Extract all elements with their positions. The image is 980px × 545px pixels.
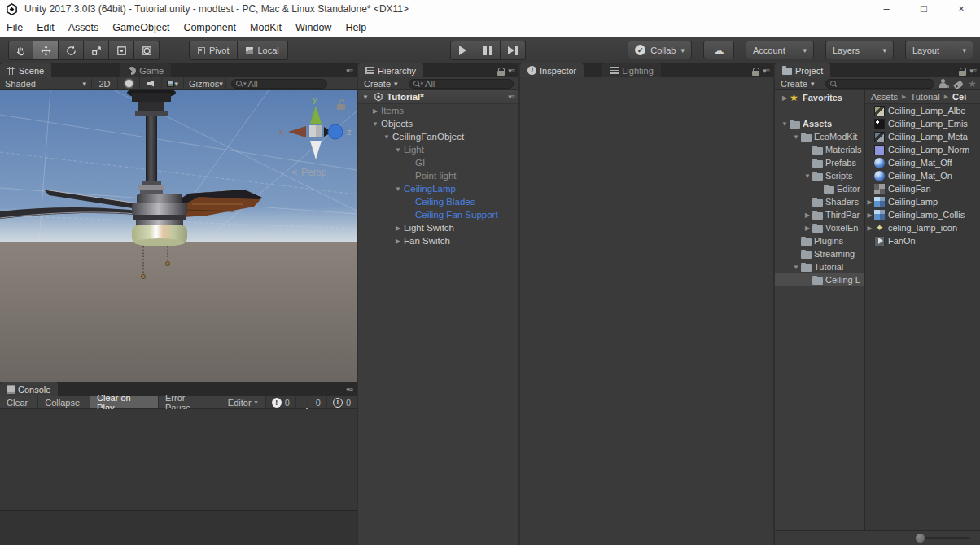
expand-arrow-icon[interactable]: ▼ bbox=[803, 172, 812, 180]
asset-row[interactable]: Ceiling_Lamp_Norm bbox=[865, 143, 980, 156]
hierarchy-item[interactable]: Ceiling Blades bbox=[358, 195, 518, 208]
project-tree-item[interactable]: Materials bbox=[775, 143, 864, 156]
tab-menu-icon[interactable]: ▾≡ bbox=[346, 67, 352, 75]
lock-icon[interactable] bbox=[752, 68, 759, 76]
hierarchy-item[interactable]: ▶ Fan Switch bbox=[358, 234, 518, 247]
expand-arrow-icon[interactable]: ▶ bbox=[865, 211, 874, 219]
2d-toggle-button[interactable]: 2D bbox=[92, 77, 118, 90]
expand-arrow-icon[interactable]: ▼ bbox=[392, 146, 404, 154]
hierarchy-item[interactable]: ▼ CeilingFanObject bbox=[358, 130, 518, 143]
hierarchy-item[interactable]: ▼ Objects bbox=[358, 117, 518, 130]
account-dropdown[interactable]: Account ▾ bbox=[746, 41, 814, 59]
asset-row[interactable]: CeilingFan bbox=[865, 182, 980, 195]
lighting-toggle-button[interactable] bbox=[118, 77, 140, 90]
tab-menu-icon[interactable]: ▾≡ bbox=[763, 67, 769, 75]
asset-row[interactable]: FanOn bbox=[865, 234, 980, 247]
tab-console[interactable]: Console bbox=[0, 382, 58, 396]
project-search-input[interactable] bbox=[825, 79, 935, 89]
hierarchy-item[interactable]: GI bbox=[358, 156, 518, 169]
project-tree-item[interactable]: ▼ Assets bbox=[775, 117, 864, 130]
console-log-list[interactable] bbox=[0, 409, 357, 510]
rotate-tool-button[interactable] bbox=[59, 41, 84, 60]
layers-dropdown[interactable]: Layers ▾ bbox=[825, 41, 894, 59]
project-tree-item[interactable]: Streaming bbox=[775, 247, 864, 260]
hierarchy-item[interactable]: ▶ Light Switch bbox=[358, 221, 518, 234]
pause-button[interactable] bbox=[475, 41, 501, 60]
project-tree-item[interactable]: ▼ Tutorial bbox=[775, 260, 864, 273]
project-tree-item[interactable]: Prefabs bbox=[775, 156, 864, 169]
expand-arrow-icon[interactable]: ▼ bbox=[370, 120, 381, 128]
error-count-badge[interactable]: ! 0 bbox=[265, 396, 295, 408]
tab-menu-icon[interactable]: ▾≡ bbox=[508, 67, 514, 75]
console-button[interactable]: Error Pause bbox=[159, 396, 221, 408]
tab-menu-icon[interactable]: ▾≡ bbox=[346, 386, 352, 394]
expand-arrow-icon[interactable]: ▼ bbox=[362, 94, 370, 101]
tab-game[interactable]: Game bbox=[120, 63, 171, 77]
expand-arrow-icon[interactable]: ▼ bbox=[791, 133, 801, 141]
expand-arrow-icon[interactable]: ▶ bbox=[392, 238, 404, 245]
menu-item[interactable]: Help bbox=[345, 22, 366, 33]
menu-item[interactable]: File bbox=[7, 22, 23, 33]
menu-item[interactable]: Assets bbox=[68, 22, 99, 33]
expand-arrow-icon[interactable]: ▶ bbox=[865, 198, 874, 206]
hierarchy-item[interactable]: ▶ Items bbox=[358, 104, 518, 117]
scene-viewport[interactable]: y x z < Persp bbox=[0, 90, 357, 382]
asset-row[interactable]: Ceiling_Mat_Off bbox=[865, 156, 980, 169]
project-tree-item[interactable]: Shaders bbox=[775, 195, 864, 208]
expand-arrow-icon[interactable]: ▶ bbox=[803, 211, 812, 219]
cloud-button[interactable]: ☁ bbox=[703, 41, 734, 59]
project-create-dropdown[interactable]: Create ▾ bbox=[775, 79, 820, 89]
expand-arrow-icon[interactable]: ▼ bbox=[791, 264, 801, 271]
menu-item[interactable]: GameObject bbox=[112, 22, 169, 33]
warning-count-badge[interactable]: ! 0 bbox=[295, 396, 326, 408]
hierarchy-item[interactable]: ▼ CeilingLamp bbox=[358, 182, 518, 195]
favorites-filter-icon[interactable]: ★ bbox=[968, 78, 977, 89]
effects-dropdown[interactable]: ▾ bbox=[162, 77, 184, 90]
project-tree-item[interactable]: ▼ EcoModKit bbox=[775, 130, 864, 143]
search-by-type-icon[interactable] bbox=[939, 79, 949, 88]
expand-arrow-icon[interactable]: ▼ bbox=[381, 133, 392, 141]
thumbnail-zoom-slider[interactable] bbox=[920, 537, 970, 539]
hierarchy-search-input[interactable]: ▾ All bbox=[409, 79, 514, 89]
search-by-label-icon[interactable] bbox=[953, 80, 964, 89]
menu-item[interactable]: Edit bbox=[37, 22, 55, 33]
console-button[interactable]: Clear bbox=[0, 396, 38, 408]
project-tree-item[interactable]: ▶ VoxelEn bbox=[775, 221, 864, 234]
expand-arrow-icon[interactable]: ▶ bbox=[370, 107, 381, 115]
menu-item[interactable]: ModKit bbox=[250, 22, 282, 33]
project-tree-item[interactable]: Editor bbox=[775, 182, 864, 195]
project-tree-item[interactable]: ▼ Scripts bbox=[775, 169, 864, 182]
expand-arrow-icon[interactable]: ▶ bbox=[780, 94, 790, 102]
hierarchy-item[interactable]: Point light bbox=[358, 169, 518, 182]
asset-row[interactable]: Ceiling_Lamp_Meta bbox=[865, 130, 980, 143]
maximize-button[interactable]: □ bbox=[905, 0, 943, 18]
scene-header-row[interactable]: ▼ Tutorial* ▾≡ bbox=[358, 90, 518, 104]
hand-tool-button[interactable] bbox=[8, 41, 33, 60]
menu-item[interactable]: Window bbox=[295, 22, 331, 33]
close-button[interactable]: × bbox=[943, 0, 980, 18]
info-count-badge[interactable]: ! 0 bbox=[326, 396, 357, 408]
tab-menu-icon[interactable]: ▾≡ bbox=[969, 67, 976, 75]
shading-mode-dropdown[interactable]: Shaded ▾ bbox=[0, 77, 92, 90]
console-button[interactable]: Editor ▾ bbox=[221, 396, 265, 408]
asset-row[interactable]: ▶ celing_lamp_icon bbox=[865, 221, 980, 234]
audio-toggle-button[interactable] bbox=[140, 77, 162, 90]
breadcrumb-mid[interactable]: Tutorial bbox=[910, 92, 939, 102]
slider-knob[interactable] bbox=[916, 534, 925, 543]
hierarchy-create-dropdown[interactable]: Create ▾ bbox=[358, 79, 404, 89]
local-toggle-button[interactable]: Local bbox=[238, 41, 287, 60]
tab-hierarchy[interactable]: Hierarchy bbox=[358, 63, 423, 77]
viewport-lock-icon[interactable] bbox=[337, 100, 345, 110]
asset-row[interactable]: Ceiling_Mat_On bbox=[865, 169, 980, 182]
scene-menu-icon[interactable]: ▾≡ bbox=[508, 93, 518, 101]
layout-dropdown[interactable]: Layout ▾ bbox=[905, 41, 973, 59]
hierarchy-item[interactable]: Ceiling Fan Support bbox=[358, 208, 518, 221]
move-tool-button[interactable] bbox=[33, 41, 59, 60]
rect-tool-button[interactable] bbox=[109, 41, 134, 60]
asset-row[interactable]: Ceiling_Lamp_Emis bbox=[865, 117, 980, 130]
expand-arrow-icon[interactable]: ▼ bbox=[780, 120, 790, 128]
collab-button[interactable]: ✓ Collab ▾ bbox=[628, 41, 692, 59]
project-tree-item[interactable]: ▶ ThirdPar bbox=[775, 208, 864, 221]
lock-icon[interactable] bbox=[497, 68, 505, 76]
project-tree-item[interactable]: ▶ ★ Favorites bbox=[775, 91, 864, 104]
